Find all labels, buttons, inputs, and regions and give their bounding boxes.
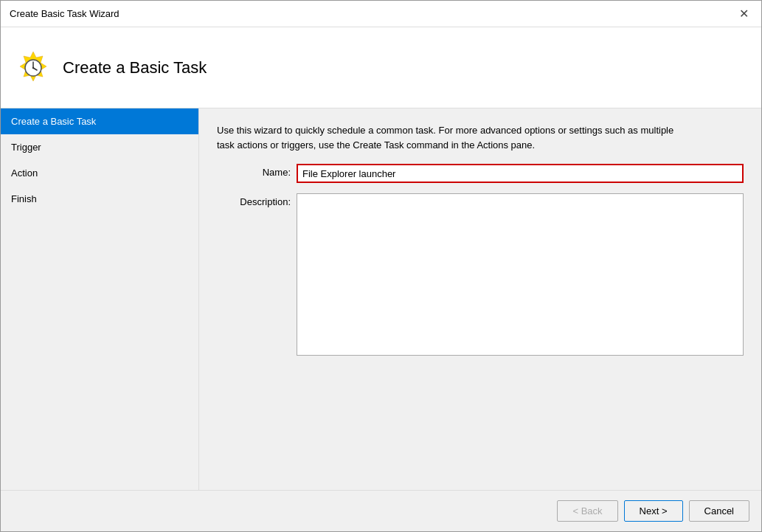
close-button[interactable]: ✕ xyxy=(735,5,752,23)
main-content: Use this wizard to quickly schedule a co… xyxy=(199,108,761,490)
description-row: Description: xyxy=(217,193,744,356)
header-title: Create a Basic Task xyxy=(63,58,207,77)
description-textarea[interactable] xyxy=(297,193,744,356)
title-bar: Create Basic Task Wizard ✕ xyxy=(1,1,761,27)
cancel-button[interactable]: Cancel xyxy=(689,500,749,522)
sidebar-item-trigger[interactable]: Trigger xyxy=(1,134,198,160)
footer: < Back Next > Cancel xyxy=(1,490,761,531)
header-section: Create a Basic Task xyxy=(1,27,761,108)
dialog: Create Basic Task Wizard ✕ Create a Basi… xyxy=(0,0,762,532)
name-label: Name: xyxy=(217,164,291,178)
sidebar-item-create[interactable]: Create a Basic Task xyxy=(1,108,198,134)
back-button[interactable]: < Back xyxy=(557,500,617,522)
name-input[interactable] xyxy=(297,164,744,183)
sidebar-item-action[interactable]: Action xyxy=(1,160,198,186)
sidebar-item-finish[interactable]: Finish xyxy=(1,186,198,212)
svg-point-4 xyxy=(32,66,34,68)
description-text: Use this wizard to quickly schedule a co… xyxy=(217,123,689,152)
content-area: Create a Basic Task Trigger Action Finis… xyxy=(1,108,761,490)
next-button[interactable]: Next > xyxy=(624,500,683,522)
description-label: Description: xyxy=(217,193,291,207)
form-area: Name: Description: xyxy=(217,164,744,356)
sidebar: Create a Basic Task Trigger Action Finis… xyxy=(1,108,199,490)
task-icon xyxy=(15,50,51,86)
dialog-title: Create Basic Task Wizard xyxy=(10,8,120,19)
name-row: Name: xyxy=(217,164,744,183)
